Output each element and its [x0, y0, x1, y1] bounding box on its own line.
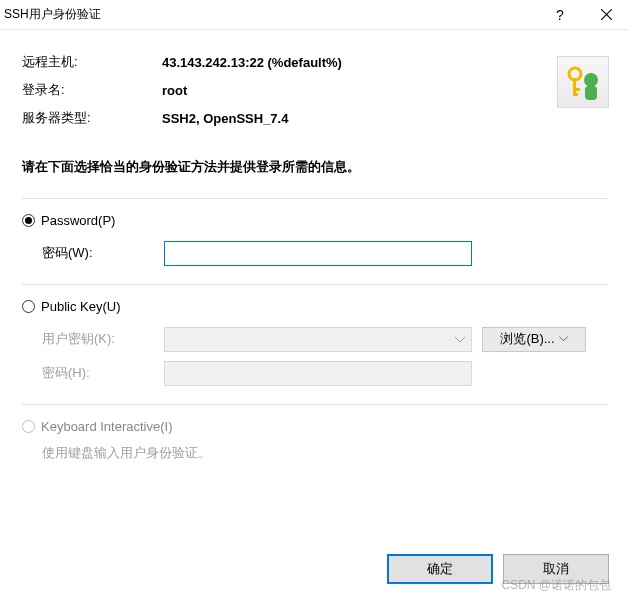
key-user-icon [557, 56, 609, 108]
server-type-value: SSH2, OpenSSH_7.4 [162, 111, 288, 126]
close-button[interactable] [583, 0, 629, 30]
cancel-button-label: 取消 [543, 560, 569, 578]
userkey-field-row: 用户密钥(K): 浏览(B)... [42, 324, 607, 354]
publickey-password-row: 密码(H): [42, 358, 607, 388]
password-field-label: 密码(W): [42, 244, 164, 262]
password-radio-row[interactable]: Password(P) [22, 213, 607, 228]
login-row: 登录名: root [22, 76, 607, 104]
keyboard-hint: 使用键盘输入用户身份验证。 [42, 444, 607, 462]
userkey-dropdown [164, 327, 472, 352]
auth-password-group: Password(P) 密码(W): [22, 199, 607, 268]
svg-rect-3 [585, 86, 597, 100]
ok-button-label: 确定 [427, 560, 453, 578]
auth-publickey-group: Public Key(U) 用户密钥(K): 浏览(B)... 密码(H): [22, 285, 607, 388]
connection-info: 远程主机: 43.143.242.13:22 (%default%) 登录名: … [22, 48, 607, 132]
ok-button[interactable]: 确定 [387, 554, 493, 584]
browse-button-label: 浏览(B)... [500, 330, 554, 348]
svg-rect-6 [573, 88, 580, 91]
keyboard-radio-label: Keyboard Interactive(I) [41, 419, 173, 434]
userkey-field-label: 用户密钥(K): [42, 330, 164, 348]
instruction-text: 请在下面选择恰当的身份验证方法并提供登录所需的信息。 [22, 158, 607, 176]
publickey-radio[interactable] [22, 300, 35, 313]
publickey-radio-row[interactable]: Public Key(U) [22, 299, 607, 314]
chevron-down-icon [455, 332, 465, 346]
dialog-footer: 确定 取消 [387, 554, 609, 584]
cancel-button[interactable]: 取消 [503, 554, 609, 584]
auth-keyboard-group: Keyboard Interactive(I) 使用键盘输入用户身份验证。 [22, 405, 607, 462]
chevron-down-icon [559, 336, 568, 342]
close-icon [601, 9, 612, 20]
publickey-password-input [164, 361, 472, 386]
login-label: 登录名: [22, 81, 162, 99]
svg-point-2 [584, 73, 598, 87]
password-field-row: 密码(W): [42, 238, 607, 268]
keyboard-radio-row: Keyboard Interactive(I) [22, 419, 607, 434]
login-value: root [162, 83, 187, 98]
publickey-password-label: 密码(H): [42, 364, 164, 382]
remote-host-label: 远程主机: [22, 53, 162, 71]
dialog-content: 远程主机: 43.143.242.13:22 (%default%) 登录名: … [0, 30, 629, 462]
svg-rect-7 [573, 93, 578, 96]
help-button[interactable]: ? [537, 0, 583, 30]
remote-host-value: 43.143.242.13:22 (%default%) [162, 55, 342, 70]
browse-button[interactable]: 浏览(B)... [482, 327, 586, 352]
remote-host-row: 远程主机: 43.143.242.13:22 (%default%) [22, 48, 607, 76]
publickey-radio-label: Public Key(U) [41, 299, 120, 314]
server-type-label: 服务器类型: [22, 109, 162, 127]
dialog-title: SSH用户身份验证 [4, 6, 537, 23]
password-input[interactable] [164, 241, 472, 266]
password-radio[interactable] [22, 214, 35, 227]
server-type-row: 服务器类型: SSH2, OpenSSH_7.4 [22, 104, 607, 132]
keyboard-radio [22, 420, 35, 433]
password-radio-label: Password(P) [41, 213, 115, 228]
titlebar: SSH用户身份验证 ? [0, 0, 629, 30]
